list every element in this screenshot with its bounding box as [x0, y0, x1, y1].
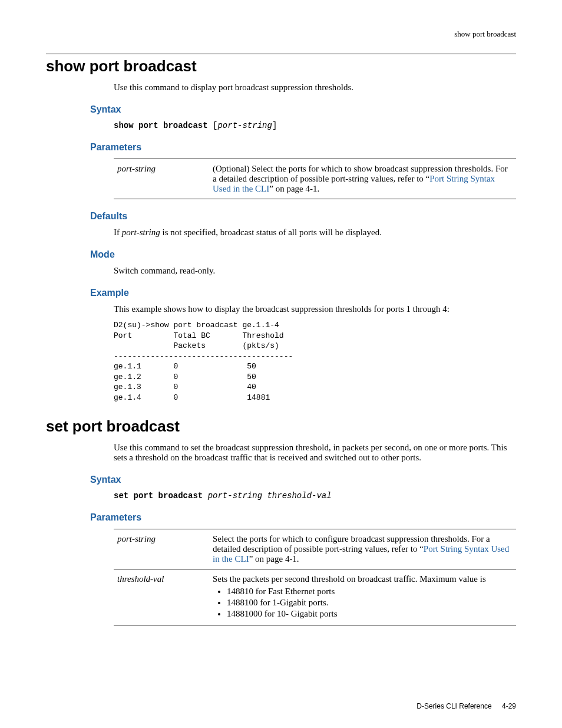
- example-heading: Example: [90, 288, 516, 298]
- param-desc-italic: port-string: [325, 544, 362, 554]
- section-title-set: set port broadcast: [46, 417, 516, 436]
- table-row: threshold-val Sets the packets per secon…: [114, 569, 516, 625]
- param-desc-post: ” on page 4-1.: [249, 554, 299, 564]
- syntax-line-2: set port broadcast port-string threshold…: [114, 491, 516, 500]
- defaults-post: is not specified, broadcast status of al…: [160, 228, 382, 237]
- example-intro: This example shows how to display the br…: [114, 304, 516, 314]
- param-name: port-string: [114, 529, 209, 569]
- list-item: 14881000 for 10- Gigabit ports: [227, 609, 513, 619]
- list-item: 148810 for Fast Ethernet ports: [227, 587, 513, 597]
- syntax-cmd-2: set port broadcast: [114, 491, 203, 500]
- header-rule: [46, 54, 516, 54]
- parameters-heading: Parameters: [90, 142, 516, 153]
- syntax-heading-2: Syntax: [90, 475, 516, 485]
- param-desc: Select the ports for which to configure …: [209, 529, 516, 569]
- syntax-arg: port-string: [217, 121, 272, 130]
- syntax-opt-close: ]: [272, 121, 277, 130]
- syntax-line: show port broadcast [port-string]: [114, 121, 516, 130]
- param-desc: Sets the packets per second threshold on…: [209, 569, 516, 625]
- mode-text: Switch command, read-only.: [114, 266, 516, 276]
- parameters-heading-2: Parameters: [90, 512, 516, 523]
- param-name: port-string: [114, 159, 209, 199]
- param-desc-italic: port-string: [331, 174, 368, 183]
- defaults-text: If port-string is not specified, broadca…: [114, 228, 516, 238]
- mode-heading: Mode: [90, 249, 516, 260]
- parameters-table-1: port-string (Optional) Select the ports …: [114, 159, 516, 199]
- syntax-cmd: show port broadcast: [114, 121, 208, 130]
- page-header-breadcrumb: show port broadcast: [46, 29, 516, 39]
- section-title-show: show port broadcast: [46, 57, 516, 75]
- section1-intro: Use this command to display port broadca…: [114, 83, 516, 93]
- syntax-opt-open: [: [208, 121, 218, 130]
- param-desc-pre: Sets the packets per second threshold on…: [213, 574, 486, 584]
- section2-intro: Use this command to set the broadcast su…: [114, 443, 516, 463]
- list-item: 1488100 for 1-Gigabit ports.: [227, 598, 513, 608]
- defaults-pre: If: [114, 228, 122, 237]
- table-row: port-string Select the ports for which t…: [114, 529, 516, 569]
- parameters-table-2: port-string Select the ports for which t…: [114, 529, 516, 625]
- param-desc: (Optional) Select the ports for which to…: [209, 159, 516, 199]
- page-footer: D-Series CLI Reference 4-29: [416, 702, 516, 710]
- example-code-block: D2(su)->show port broadcast ge.1.1-4 Por…: [114, 320, 516, 403]
- defaults-heading: Defaults: [90, 211, 516, 222]
- syntax-heading: Syntax: [90, 104, 516, 115]
- footer-page-number: 4-29: [502, 702, 516, 710]
- param-desc-post: ” on page 4-1.: [269, 184, 319, 193]
- param-desc-mid: values, refer to “: [369, 174, 430, 183]
- syntax-arg-2: port-string threshold-val: [203, 491, 331, 500]
- table-row: port-string (Optional) Select the ports …: [114, 159, 516, 199]
- defaults-italic: port-string: [122, 228, 160, 237]
- page: show port broadcast show port broadcast …: [0, 0, 562, 728]
- footer-doc: D-Series CLI Reference: [416, 702, 491, 710]
- param-desc-mid: values, refer to “: [362, 544, 424, 554]
- param-bullets: 148810 for Fast Ethernet ports 1488100 f…: [213, 587, 513, 619]
- param-name: threshold-val: [114, 569, 209, 625]
